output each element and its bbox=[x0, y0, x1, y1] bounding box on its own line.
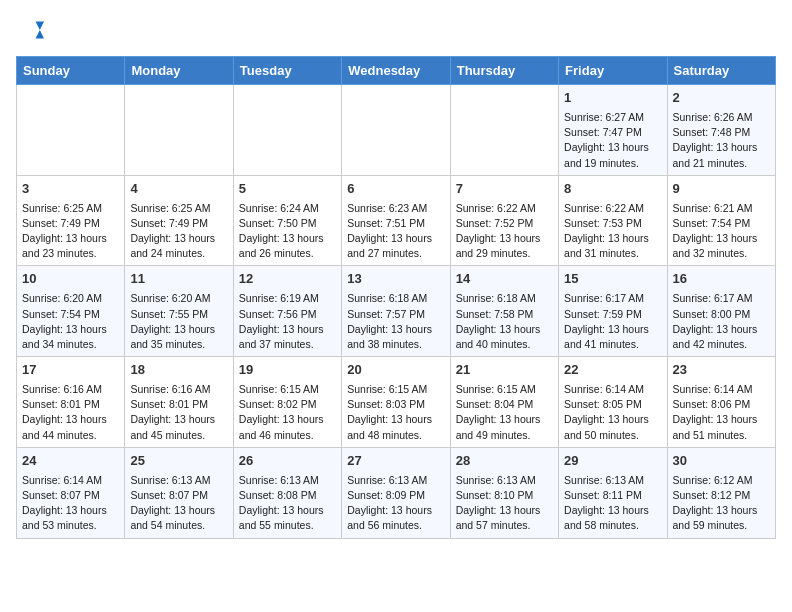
day-cell: 24Sunrise: 6:14 AM Sunset: 8:07 PM Dayli… bbox=[17, 447, 125, 538]
day-number: 26 bbox=[239, 452, 336, 471]
day-cell: 11Sunrise: 6:20 AM Sunset: 7:55 PM Dayli… bbox=[125, 266, 233, 357]
day-number: 25 bbox=[130, 452, 227, 471]
day-number: 15 bbox=[564, 270, 661, 289]
day-info: Sunrise: 6:13 AM Sunset: 8:10 PM Dayligh… bbox=[456, 473, 553, 534]
day-cell: 4Sunrise: 6:25 AM Sunset: 7:49 PM Daylig… bbox=[125, 175, 233, 266]
day-number: 21 bbox=[456, 361, 553, 380]
weekday-header-thursday: Thursday bbox=[450, 57, 558, 85]
day-number: 10 bbox=[22, 270, 119, 289]
day-info: Sunrise: 6:21 AM Sunset: 7:54 PM Dayligh… bbox=[673, 201, 770, 262]
day-info: Sunrise: 6:18 AM Sunset: 7:57 PM Dayligh… bbox=[347, 291, 444, 352]
weekday-header-wednesday: Wednesday bbox=[342, 57, 450, 85]
calendar-header: SundayMondayTuesdayWednesdayThursdayFrid… bbox=[17, 57, 776, 85]
day-cell: 15Sunrise: 6:17 AM Sunset: 7:59 PM Dayli… bbox=[559, 266, 667, 357]
day-cell: 27Sunrise: 6:13 AM Sunset: 8:09 PM Dayli… bbox=[342, 447, 450, 538]
day-cell: 20Sunrise: 6:15 AM Sunset: 8:03 PM Dayli… bbox=[342, 357, 450, 448]
day-number: 17 bbox=[22, 361, 119, 380]
day-info: Sunrise: 6:14 AM Sunset: 8:06 PM Dayligh… bbox=[673, 382, 770, 443]
day-cell: 25Sunrise: 6:13 AM Sunset: 8:07 PM Dayli… bbox=[125, 447, 233, 538]
weekday-header-tuesday: Tuesday bbox=[233, 57, 341, 85]
day-cell: 1Sunrise: 6:27 AM Sunset: 7:47 PM Daylig… bbox=[559, 85, 667, 176]
day-cell: 13Sunrise: 6:18 AM Sunset: 7:57 PM Dayli… bbox=[342, 266, 450, 357]
day-cell: 6Sunrise: 6:23 AM Sunset: 7:51 PM Daylig… bbox=[342, 175, 450, 266]
day-number: 13 bbox=[347, 270, 444, 289]
day-info: Sunrise: 6:13 AM Sunset: 8:11 PM Dayligh… bbox=[564, 473, 661, 534]
calendar-body: 1Sunrise: 6:27 AM Sunset: 7:47 PM Daylig… bbox=[17, 85, 776, 539]
day-cell: 22Sunrise: 6:14 AM Sunset: 8:05 PM Dayli… bbox=[559, 357, 667, 448]
day-number: 18 bbox=[130, 361, 227, 380]
day-number: 19 bbox=[239, 361, 336, 380]
weekday-header-saturday: Saturday bbox=[667, 57, 775, 85]
day-info: Sunrise: 6:26 AM Sunset: 7:48 PM Dayligh… bbox=[673, 110, 770, 171]
day-info: Sunrise: 6:16 AM Sunset: 8:01 PM Dayligh… bbox=[22, 382, 119, 443]
day-number: 12 bbox=[239, 270, 336, 289]
day-cell: 18Sunrise: 6:16 AM Sunset: 8:01 PM Dayli… bbox=[125, 357, 233, 448]
day-number: 24 bbox=[22, 452, 119, 471]
day-cell: 30Sunrise: 6:12 AM Sunset: 8:12 PM Dayli… bbox=[667, 447, 775, 538]
day-cell: 14Sunrise: 6:18 AM Sunset: 7:58 PM Dayli… bbox=[450, 266, 558, 357]
day-number: 6 bbox=[347, 180, 444, 199]
day-info: Sunrise: 6:24 AM Sunset: 7:50 PM Dayligh… bbox=[239, 201, 336, 262]
day-number: 23 bbox=[673, 361, 770, 380]
logo bbox=[16, 16, 48, 44]
weekday-header-friday: Friday bbox=[559, 57, 667, 85]
day-info: Sunrise: 6:27 AM Sunset: 7:47 PM Dayligh… bbox=[564, 110, 661, 171]
day-cell: 2Sunrise: 6:26 AM Sunset: 7:48 PM Daylig… bbox=[667, 85, 775, 176]
day-cell: 12Sunrise: 6:19 AM Sunset: 7:56 PM Dayli… bbox=[233, 266, 341, 357]
day-number: 16 bbox=[673, 270, 770, 289]
day-info: Sunrise: 6:14 AM Sunset: 8:05 PM Dayligh… bbox=[564, 382, 661, 443]
day-info: Sunrise: 6:25 AM Sunset: 7:49 PM Dayligh… bbox=[22, 201, 119, 262]
weekday-header-monday: Monday bbox=[125, 57, 233, 85]
day-cell bbox=[450, 85, 558, 176]
day-number: 14 bbox=[456, 270, 553, 289]
day-info: Sunrise: 6:12 AM Sunset: 8:12 PM Dayligh… bbox=[673, 473, 770, 534]
week-row-4: 17Sunrise: 6:16 AM Sunset: 8:01 PM Dayli… bbox=[17, 357, 776, 448]
day-cell bbox=[125, 85, 233, 176]
day-cell: 28Sunrise: 6:13 AM Sunset: 8:10 PM Dayli… bbox=[450, 447, 558, 538]
day-cell: 19Sunrise: 6:15 AM Sunset: 8:02 PM Dayli… bbox=[233, 357, 341, 448]
day-number: 1 bbox=[564, 89, 661, 108]
day-info: Sunrise: 6:13 AM Sunset: 8:08 PM Dayligh… bbox=[239, 473, 336, 534]
day-cell: 26Sunrise: 6:13 AM Sunset: 8:08 PM Dayli… bbox=[233, 447, 341, 538]
header-area bbox=[16, 16, 776, 44]
day-number: 9 bbox=[673, 180, 770, 199]
svg-marker-1 bbox=[36, 30, 44, 38]
week-row-2: 3Sunrise: 6:25 AM Sunset: 7:49 PM Daylig… bbox=[17, 175, 776, 266]
day-cell: 3Sunrise: 6:25 AM Sunset: 7:49 PM Daylig… bbox=[17, 175, 125, 266]
day-info: Sunrise: 6:22 AM Sunset: 7:52 PM Dayligh… bbox=[456, 201, 553, 262]
day-info: Sunrise: 6:15 AM Sunset: 8:02 PM Dayligh… bbox=[239, 382, 336, 443]
day-number: 20 bbox=[347, 361, 444, 380]
day-cell: 5Sunrise: 6:24 AM Sunset: 7:50 PM Daylig… bbox=[233, 175, 341, 266]
day-cell bbox=[233, 85, 341, 176]
day-info: Sunrise: 6:14 AM Sunset: 8:07 PM Dayligh… bbox=[22, 473, 119, 534]
day-info: Sunrise: 6:25 AM Sunset: 7:49 PM Dayligh… bbox=[130, 201, 227, 262]
day-info: Sunrise: 6:16 AM Sunset: 8:01 PM Dayligh… bbox=[130, 382, 227, 443]
day-info: Sunrise: 6:13 AM Sunset: 8:09 PM Dayligh… bbox=[347, 473, 444, 534]
day-info: Sunrise: 6:13 AM Sunset: 8:07 PM Dayligh… bbox=[130, 473, 227, 534]
day-number: 27 bbox=[347, 452, 444, 471]
day-info: Sunrise: 6:17 AM Sunset: 7:59 PM Dayligh… bbox=[564, 291, 661, 352]
day-info: Sunrise: 6:22 AM Sunset: 7:53 PM Dayligh… bbox=[564, 201, 661, 262]
day-info: Sunrise: 6:23 AM Sunset: 7:51 PM Dayligh… bbox=[347, 201, 444, 262]
day-number: 2 bbox=[673, 89, 770, 108]
day-cell bbox=[17, 85, 125, 176]
day-info: Sunrise: 6:19 AM Sunset: 7:56 PM Dayligh… bbox=[239, 291, 336, 352]
day-cell bbox=[342, 85, 450, 176]
week-row-1: 1Sunrise: 6:27 AM Sunset: 7:47 PM Daylig… bbox=[17, 85, 776, 176]
day-cell: 10Sunrise: 6:20 AM Sunset: 7:54 PM Dayli… bbox=[17, 266, 125, 357]
day-info: Sunrise: 6:17 AM Sunset: 8:00 PM Dayligh… bbox=[673, 291, 770, 352]
day-number: 4 bbox=[130, 180, 227, 199]
day-number: 7 bbox=[456, 180, 553, 199]
day-info: Sunrise: 6:20 AM Sunset: 7:55 PM Dayligh… bbox=[130, 291, 227, 352]
day-cell: 16Sunrise: 6:17 AM Sunset: 8:00 PM Dayli… bbox=[667, 266, 775, 357]
week-row-3: 10Sunrise: 6:20 AM Sunset: 7:54 PM Dayli… bbox=[17, 266, 776, 357]
day-info: Sunrise: 6:15 AM Sunset: 8:04 PM Dayligh… bbox=[456, 382, 553, 443]
day-number: 8 bbox=[564, 180, 661, 199]
day-cell: 23Sunrise: 6:14 AM Sunset: 8:06 PM Dayli… bbox=[667, 357, 775, 448]
day-cell: 7Sunrise: 6:22 AM Sunset: 7:52 PM Daylig… bbox=[450, 175, 558, 266]
day-number: 28 bbox=[456, 452, 553, 471]
weekday-header-sunday: Sunday bbox=[17, 57, 125, 85]
logo-icon bbox=[16, 16, 44, 44]
day-number: 3 bbox=[22, 180, 119, 199]
day-number: 5 bbox=[239, 180, 336, 199]
